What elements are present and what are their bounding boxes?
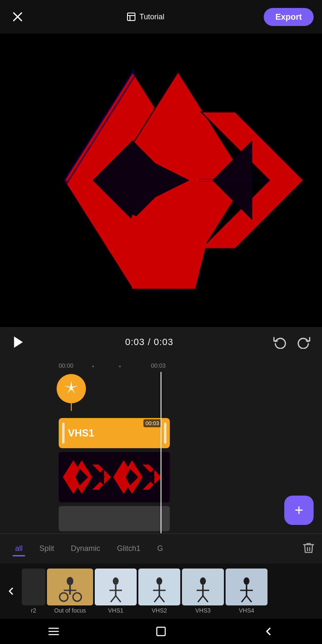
clip-handle-left[interactable] <box>62 423 65 444</box>
thumbnail-vhs3-img <box>182 569 224 605</box>
thumbnail-vhs2[interactable]: VHS2 <box>138 569 180 614</box>
tab-dynamic[interactable]: Dynamic <box>62 541 109 556</box>
ruler-dots <box>92 366 121 367</box>
tutorial-label: Tutorial <box>140 13 164 21</box>
video-thumbnail-track <box>59 452 170 502</box>
thumbnail-vhs2-label: VHS2 <box>152 607 167 614</box>
tutorial-button[interactable]: Tutorial <box>126 12 164 22</box>
time-display: 0:03 / 0:03 <box>125 337 174 348</box>
video-track-inner <box>59 452 170 502</box>
playhead[interactable] <box>161 372 161 533</box>
timeline-ruler: 00:00 00:03 <box>0 357 322 374</box>
clip-label: VHS1 <box>68 427 94 439</box>
ruler-dot <box>92 366 94 367</box>
bmx-thumbnail-svg <box>47 569 93 605</box>
thumbnail-strip: r2 Out of focus <box>0 564 322 619</box>
balloon-tail <box>71 403 72 411</box>
clip-handle-right[interactable] <box>164 423 166 444</box>
svg-marker-15 <box>14 337 23 348</box>
gray-track <box>59 506 170 531</box>
svg-rect-61 <box>157 627 165 636</box>
thumbnail-r2-img <box>22 569 45 605</box>
thumbnail-out-of-focus[interactable]: Out of focus <box>47 569 93 614</box>
tab-glitch1[interactable]: Glitch1 <box>109 541 149 556</box>
svg-rect-2 <box>127 13 135 21</box>
undo-redo-controls <box>272 334 312 351</box>
undo-button[interactable] <box>272 334 288 351</box>
svg-point-41 <box>156 577 162 585</box>
vhs2-thumbnail-svg <box>138 569 180 605</box>
video-track-svg <box>59 452 170 502</box>
prev-button[interactable] <box>2 573 20 610</box>
nav-back-button[interactable] <box>256 622 281 641</box>
nav-menu-button[interactable] <box>41 622 66 641</box>
thumbnail-vhs3-label: VHS3 <box>195 607 211 614</box>
add-icon: + <box>294 501 303 519</box>
nav-home-button[interactable] <box>148 622 174 641</box>
thumbnail-vhs4-img <box>226 569 267 605</box>
close-button[interactable] <box>8 8 27 26</box>
vhs4-thumbnail-svg <box>226 569 267 605</box>
playback-bar: 0:03 / 0:03 <box>0 327 322 357</box>
top-bar: Tutorial Export <box>0 0 322 34</box>
thumbnail-vhs1[interactable]: VHS1 <box>95 569 137 614</box>
redo-button[interactable] <box>295 334 312 351</box>
svg-point-29 <box>67 577 73 585</box>
hive-logo <box>18 38 304 323</box>
balloon-circle <box>57 374 86 403</box>
ruler-time-3: 00:03 <box>151 362 166 369</box>
svg-point-35 <box>113 577 119 585</box>
thumbnail-vhs4-label: VHS4 <box>239 607 254 614</box>
vhs3-thumbnail-svg <box>182 569 224 605</box>
timeline: 00:00 00:03 VHS1 00:03 <box>0 357 322 533</box>
delete-tab-icon[interactable] <box>302 541 315 556</box>
thumbnail-r2[interactable]: r2 <box>22 569 45 614</box>
thumbnail-out-of-focus-label: Out of focus <box>54 607 86 614</box>
play-button[interactable] <box>10 334 27 351</box>
tab-g2[interactable]: G <box>149 541 171 556</box>
svg-point-47 <box>200 577 206 585</box>
svg-point-53 <box>244 577 249 585</box>
svg-point-16 <box>70 387 73 390</box>
bottom-nav <box>0 619 322 644</box>
ruler-time-0: 00:00 <box>59 362 73 369</box>
thumbnail-vhs1-label: VHS1 <box>108 607 124 614</box>
clip-time-badge: 00:03 <box>143 419 161 427</box>
thumbnail-vhs2-img <box>138 569 180 605</box>
tab-all[interactable]: all <box>7 541 31 556</box>
thumbnail-vhs4[interactable]: VHS4 <box>226 569 267 614</box>
thumbnail-vhs3[interactable]: VHS3 <box>182 569 224 614</box>
thumbnail-vhs1-img <box>95 569 137 605</box>
effect-balloon[interactable] <box>55 374 88 412</box>
export-button[interactable]: Export <box>264 8 314 26</box>
ruler-dot <box>119 366 121 367</box>
thumbnail-out-of-focus-img <box>47 569 93 605</box>
tab-split[interactable]: Split <box>31 541 62 556</box>
vhs1-thumbnail-svg <box>95 569 137 605</box>
sparkle-icon <box>62 380 80 397</box>
filter-tabs: all Split Dynamic Glitch1 G <box>0 533 322 564</box>
add-button[interactable]: + <box>284 496 314 525</box>
thumbnail-r2-label: r2 <box>31 607 36 614</box>
video-preview <box>0 34 322 327</box>
